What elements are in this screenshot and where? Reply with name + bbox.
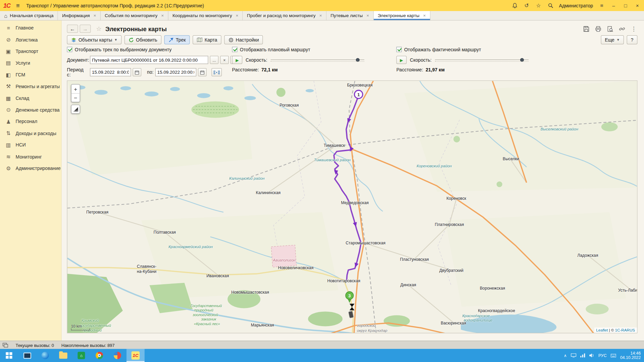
sidebar-item-repairs[interactable]: ⚒Ремонты и агрегаты [0,81,61,93]
tab-close-icon[interactable]: × [236,13,238,18]
map-container[interactable]: 1 3 БрюховецкаяРоговскаяТимашевскВыселки… [67,80,638,333]
tab-close-icon[interactable]: × [366,13,369,18]
slider-thumb[interactable] [356,58,360,62]
tab-information[interactable]: Информация × [58,11,101,20]
sidebar-item-fuel[interactable]: ◧ГСМ [0,69,61,81]
settings-button[interactable]: Настройки [224,35,263,44]
fuel-icon: ◧ [5,72,12,78]
sidebar-item-main[interactable]: ≡Главное [0,22,61,34]
taskbar-app-icon[interactable] [108,349,126,362]
leaflet-link[interactable]: Leaflet [596,328,608,332]
tray-display-icon[interactable] [571,353,576,357]
link-icon[interactable] [618,25,626,33]
preview-icon[interactable] [606,25,613,33]
sidebar-item-income-expenses[interactable]: ⇅Доходы и расходы [0,127,61,139]
track-start-marker[interactable]: 1 [355,90,363,98]
history-icon[interactable]: ↺ [523,2,530,9]
electronic-maps-form: ← → ☆ Электронные карты ⋮ [62,20,644,341]
search-icon[interactable] [547,2,554,9]
maximize-button[interactable]: □ [622,3,629,8]
sidebar-item-logistics[interactable]: ⊘Логистика [0,34,61,46]
show-actual-route-checkbox[interactable] [396,47,402,52]
taskbar-edge-icon[interactable] [36,349,54,362]
taskbar-store-icon[interactable]: ⌂ [72,349,91,362]
language-indicator[interactable]: РУС [598,353,607,358]
save-icon[interactable] [582,25,590,33]
tab-monitoring-events[interactable]: События по мониторингу × [101,11,168,20]
document-choose-button[interactable]: ... [210,56,219,64]
planned-speed-label: Скорость: [246,57,267,62]
map-button[interactable]: Карта [193,35,221,44]
period-to-input[interactable] [155,68,196,76]
sidebar-item-personnel[interactable]: ♟Персонал [0,116,61,127]
zoom-in-button[interactable]: + [71,84,79,93]
1c-app-icon: 1С [131,351,140,359]
period-from-input[interactable] [90,68,131,76]
taskbar-folder-icon[interactable] [54,349,72,362]
back-button[interactable]: ← [67,24,78,33]
close-button[interactable]: × [634,3,641,8]
tray-expand-icon[interactable]: ∧ [564,353,567,358]
current-user[interactable]: Администратор [559,3,593,8]
tab-close-icon[interactable]: × [423,13,426,18]
show-planned-route-checkbox[interactable] [232,47,237,52]
map-scale: 10 km [71,324,90,330]
tab-close-icon[interactable]: × [319,13,322,18]
touch-keyboard-icon[interactable] [611,354,616,357]
planned-speed-slider[interactable] [271,57,364,63]
sidebar-item-monitoring[interactable]: ≋Мониторинг [0,151,61,163]
zoom-out-button[interactable]: − [71,93,79,102]
taskbar-explorer-icon[interactable] [18,349,36,362]
taskbar-1c-icon[interactable]: 1С [126,349,145,362]
actual-speed-slider[interactable] [435,57,529,63]
tab-electronic-maps[interactable]: Электронные карты × [374,11,430,20]
tab-close-icon[interactable]: × [161,13,164,18]
more-button[interactable]: Еще ▼ [601,35,624,44]
taskbar-chrome-icon[interactable] [90,349,108,362]
tab-monitoring-coordinates[interactable]: Координаты по мониторингу × [168,11,243,20]
money-icon: ⊙ [5,107,12,113]
tab-mileage-fuel[interactable]: Пробег и расход по мониторингу × [243,11,326,20]
slider-thumb[interactable] [520,58,524,62]
dropdown-caret-icon: ▼ [114,38,117,42]
measure-tool-button[interactable] [71,105,80,114]
print-icon[interactable] [594,25,602,33]
sidebar-item-nsi[interactable]: ▥НСИ [0,139,61,151]
planned-play-button[interactable]: ▶ [232,56,243,64]
favorite-star-icon[interactable]: ☆ [96,25,102,33]
period-from-calendar-button[interactable] [133,68,142,76]
start-button[interactable] [0,349,18,362]
forward-button[interactable]: → [80,24,91,33]
home-icon: ⌂ [4,12,7,18]
favorites-star-icon[interactable]: ☆ [535,2,542,9]
period-to-calendar-button[interactable] [198,68,207,76]
main-menu-icon[interactable]: ≡ [16,2,20,9]
taskbar-clock[interactable]: 14:46 04.10.2022 [620,351,641,360]
document-input[interactable] [90,56,208,64]
show-track-checkbox[interactable] [67,47,72,52]
notifications-bell-icon[interactable] [512,2,518,9]
user-menu-icon[interactable]: ≡ [598,2,605,9]
actual-play-button[interactable]: ▶ [396,56,407,64]
vendor-link[interactable]: 1C-RARUS [615,328,635,332]
sidebar-item-transport[interactable]: ▣Транспорт [0,46,61,57]
sidebar-item-administration[interactable]: ⚙Администрирование [0,163,61,174]
map-objects-button[interactable]: Объекты карты ▼ [67,35,122,44]
track-button[interactable]: Трек [164,35,190,44]
refresh-button[interactable]: Обновить [124,35,161,44]
tray-network-icon[interactable] [580,353,585,357]
sidebar-item-warehouse[interactable]: ▦Склад [0,93,61,104]
tab-waybills[interactable]: Путевые листы × [326,11,374,20]
monitoring-signal-button[interactable] [211,68,222,76]
more-vertical-icon[interactable]: ⋮ [630,25,637,33]
tray-volume-icon[interactable] [589,353,594,357]
minimize-button[interactable]: – [610,3,617,8]
tab-home[interactable]: ⌂ Начальная страница [0,11,58,20]
map-canvas[interactable]: 1 3 [67,81,638,333]
help-button[interactable]: ? [627,35,638,44]
svg-text:3: 3 [348,293,351,298]
sidebar-item-money[interactable]: ⊙Денежные средства [0,104,61,116]
sidebar-item-services[interactable]: ▤Услуги [0,57,61,69]
document-clear-button[interactable]: × [220,56,229,64]
tab-close-icon[interactable]: × [94,13,96,18]
